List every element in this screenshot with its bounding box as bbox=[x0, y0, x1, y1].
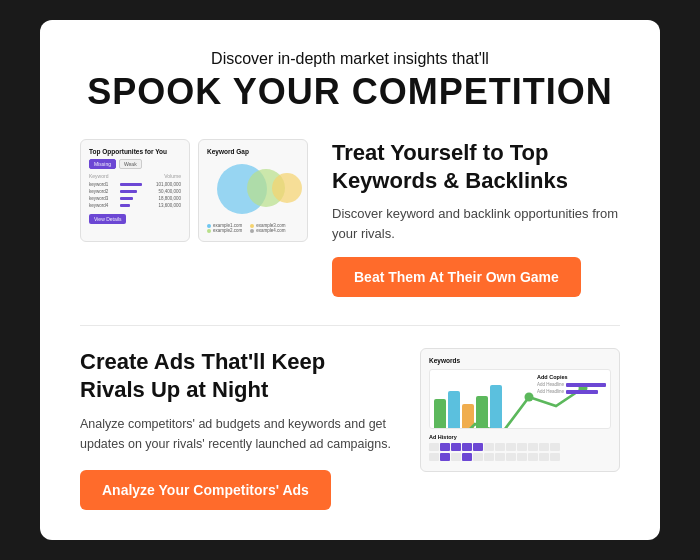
bar bbox=[120, 183, 142, 186]
bm-keywords-label: Keywords bbox=[429, 357, 611, 364]
ad-cell bbox=[484, 443, 494, 451]
bm-right-panel: Add Copies Add Headline Add Headline bbox=[537, 374, 606, 396]
table-row: keyword2 50,400,000 bbox=[89, 189, 181, 194]
mockup1-header: Keyword Volume bbox=[89, 173, 181, 179]
ad-cell bbox=[528, 453, 538, 461]
ad-cell bbox=[440, 453, 450, 461]
ad-cell bbox=[528, 443, 538, 451]
bottom-section-text: Create Ads That'll Keep Rivals Up at Nig… bbox=[80, 348, 396, 510]
ad-cell bbox=[506, 453, 516, 461]
ad-history-row-1 bbox=[429, 443, 611, 451]
analyze-competitors-button[interactable]: Analyze Your Competitors' Ads bbox=[80, 470, 331, 510]
ad-cell bbox=[550, 453, 560, 461]
headline-row-1: Add Headline bbox=[537, 382, 606, 387]
add-copies-label: Add Copies bbox=[537, 374, 606, 380]
headline-label-1: Add Headline bbox=[537, 382, 564, 387]
top-section-title: Treat Yourself to Top Keywords & Backlin… bbox=[332, 139, 620, 194]
ad-cell bbox=[440, 443, 450, 451]
bm-chart: Add Copies Add Headline Add Headline bbox=[429, 369, 611, 429]
bubble-chart bbox=[207, 159, 299, 219]
ad-cell bbox=[429, 453, 439, 461]
ad-cell bbox=[484, 453, 494, 461]
bar bbox=[120, 197, 133, 200]
main-card: Discover in-depth market insights that'l… bbox=[40, 20, 660, 540]
bar bbox=[120, 190, 137, 193]
ad-cell bbox=[495, 443, 505, 451]
bottom-title: Create Ads That'll Keep Rivals Up at Nig… bbox=[80, 348, 396, 403]
tab-missing[interactable]: Missing bbox=[89, 159, 116, 169]
top-section-text: Treat Yourself to Top Keywords & Backlin… bbox=[332, 139, 620, 297]
mockup1-tabs: Missing Weak bbox=[89, 159, 181, 169]
ad-cell bbox=[517, 443, 527, 451]
legend-item-2: example2.com bbox=[207, 228, 242, 233]
mockup-container: Top Opportunites for You Missing Weak Ke… bbox=[80, 139, 308, 242]
headline-row-2: Add Headline bbox=[537, 389, 606, 394]
svg-point-0 bbox=[525, 393, 534, 402]
view-details-button[interactable]: View Details bbox=[89, 214, 126, 224]
ad-cell bbox=[451, 453, 461, 461]
ad-cell bbox=[506, 443, 516, 451]
table-row: keyword1 101,000,000 bbox=[89, 182, 181, 187]
mockup1-title: Top Opportunites for You bbox=[89, 148, 181, 155]
bubble-legend: example1.com example3.com example2.com e… bbox=[207, 223, 299, 233]
headline-bar-1 bbox=[566, 383, 606, 387]
legend-item-4: example4.com bbox=[250, 228, 285, 233]
header-title: SPOOK YOUR COMPETITION bbox=[80, 72, 620, 112]
ad-history-label: Ad History bbox=[429, 434, 611, 440]
legend-row-2: example2.com example4.com bbox=[207, 228, 299, 233]
beat-them-button[interactable]: Beat Them At Their Own Game bbox=[332, 257, 581, 297]
col-keyword: Keyword bbox=[89, 173, 108, 179]
ad-cell bbox=[495, 453, 505, 461]
ad-cell bbox=[429, 443, 439, 451]
ad-cell bbox=[550, 443, 560, 451]
header-subtitle: Discover in-depth market insights that'l… bbox=[80, 50, 620, 68]
col-volume: Volume bbox=[164, 173, 181, 179]
keyword-gap-mockup: Keyword Gap example1.com example3.com bbox=[198, 139, 308, 242]
bubble-3 bbox=[272, 173, 302, 203]
legend-dot-2 bbox=[207, 229, 211, 233]
top-opportunities-mockup: Top Opportunites for You Missing Weak Ke… bbox=[80, 139, 190, 242]
ad-cell bbox=[539, 443, 549, 451]
mockup2-title: Keyword Gap bbox=[207, 148, 299, 155]
tab-weak[interactable]: Weak bbox=[119, 159, 142, 169]
bar bbox=[120, 204, 130, 207]
legend-dot-4 bbox=[250, 229, 254, 233]
bottom-desc: Analyze competitors' ad budgets and keyw… bbox=[80, 415, 396, 454]
ad-cell bbox=[473, 443, 483, 451]
header: Discover in-depth market insights that'l… bbox=[80, 50, 620, 112]
ad-cell bbox=[451, 443, 461, 451]
ad-cell bbox=[517, 453, 527, 461]
top-section: Top Opportunites for You Missing Weak Ke… bbox=[80, 139, 620, 297]
ad-cell bbox=[539, 453, 549, 461]
ad-cell bbox=[462, 443, 472, 451]
ad-cell bbox=[462, 453, 472, 461]
headline-bar-2 bbox=[566, 390, 598, 394]
table-row: keyword4 13,600,000 bbox=[89, 203, 181, 208]
headline-label-2: Add Headline bbox=[537, 389, 564, 394]
ads-mockup: Keywords Add Copies bbox=[420, 348, 620, 472]
bottom-section: Create Ads That'll Keep Rivals Up at Nig… bbox=[80, 325, 620, 510]
ad-history-row-2 bbox=[429, 453, 611, 461]
table-row: keyword3 18,800,000 bbox=[89, 196, 181, 201]
top-section-desc: Discover keyword and backlink opportunit… bbox=[332, 204, 620, 243]
ad-cell bbox=[473, 453, 483, 461]
